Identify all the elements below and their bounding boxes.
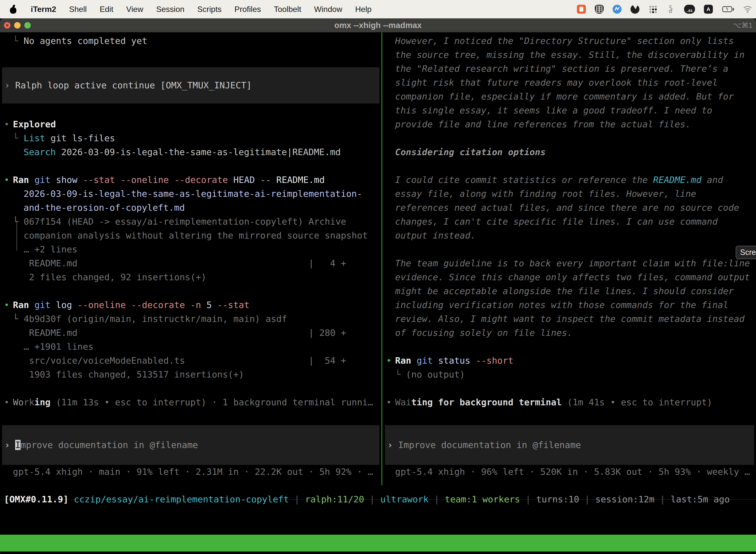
blue-badge-icon[interactable] (613, 5, 622, 14)
menu-item-shell[interactable]: Shell (63, 0, 93, 18)
reasoning-line: provide file and line references from th… (382, 117, 756, 131)
explored-search-line: Search 2026-03-09-is-legal-the-same-as-l… (0, 145, 381, 159)
spacer (0, 62, 381, 67)
badge-61-icon[interactable]: ..61 (684, 5, 695, 14)
reasoning-line: review. Also, I might want to inspect th… (382, 312, 756, 326)
wifi-icon[interactable] (743, 5, 752, 14)
spacer (0, 284, 381, 298)
omx-turns: turns:10 (536, 494, 579, 504)
git-show-output: … +2 lines (0, 242, 381, 257)
git-log-output: └ 4b9d30f (origin/main, instructkr/main,… (0, 312, 381, 326)
menu-item-profiles[interactable]: Profiles (228, 0, 267, 18)
menu-item-toolbelt[interactable]: Toolbelt (267, 0, 308, 18)
waiting-status-line: •Waiting for background terminal (1m 41s… (382, 395, 756, 409)
spacer (0, 409, 381, 423)
window-title: omx --xhigh --madmax (0, 18, 756, 32)
reasoning-line: this single essay, it seems like a good … (382, 104, 756, 117)
window-shortcut-badge: ⌥⌘1 (733, 18, 753, 32)
menu-item-view[interactable]: View (120, 0, 150, 18)
right-prompt-input[interactable]: › Improve documentation in @filename (385, 425, 754, 465)
text-cursor: I (15, 440, 20, 450)
reasoning-line: references need actual files, and since … (382, 201, 756, 215)
menu-item-scripts[interactable]: Scripts (191, 0, 228, 18)
reasoning-line: might be acceptable alongside the file l… (382, 284, 756, 298)
menu-status-icons: ..61 A ϟ (577, 5, 756, 14)
readme-file-link: README.md (653, 175, 701, 185)
spacer (0, 104, 381, 117)
git-show-arg-wrap: 2026-03-09-is-legal-the-same-as-legitima… (0, 187, 381, 201)
screen-notification-overlay: Scre (736, 246, 756, 259)
menu-item-iterm2[interactable]: iTerm2 (24, 0, 63, 18)
dots-grid-icon[interactable] (648, 5, 657, 14)
spacer (0, 159, 381, 173)
apple-menu-icon[interactable] (9, 5, 17, 14)
notification-app-icon[interactable] (577, 5, 586, 14)
reasoning-line: of focusing solely on file lines. (382, 326, 756, 340)
tmux-status-bar: [omx-cczip0:bash* "MacBook-Pro-44.local"… (0, 535, 756, 552)
reasoning-line: I could cite commit statistics or refere… (382, 173, 756, 187)
omx-session-time: session:12m (595, 494, 654, 504)
menu-item-window[interactable]: Window (308, 0, 349, 18)
reasoning-line: essay file, along with finding root file… (382, 187, 756, 201)
squiggle-icon[interactable] (666, 5, 675, 14)
circle-wedge-icon[interactable] (630, 5, 639, 14)
terminal-area: └ No agents completed yet › Ralph loop a… (0, 32, 756, 504)
spacer (382, 409, 756, 423)
git-show-output: companion analysis without altering the … (0, 229, 381, 242)
reasoning-line: including verification notes with those … (382, 298, 756, 312)
omx-ralph-counter: ralph:11/20 (305, 494, 364, 504)
git-log-command: •Ran git log --oneline --decorate -n 5 -… (0, 298, 381, 312)
omx-team: team:1 workers (445, 494, 520, 504)
keyboard-layout-icon[interactable]: A (704, 5, 713, 14)
ralph-banner-text: Ralph loop active continue [OMX_TMUX_INJ… (15, 80, 252, 90)
omx-version: [OMX#0.11.9] (4, 494, 68, 504)
menu-item-help[interactable]: Help (349, 0, 378, 18)
macos-menu-bar: iTerm2 Shell Edit View Session Scripts P… (0, 0, 756, 18)
left-prompt-input[interactable]: › Improve documentation in @filename (2, 425, 379, 465)
iterm-window: omx --xhigh --madmax ⌥⌘1 └ No agents com… (0, 18, 756, 554)
left-session-status: gpt-5.4 xhigh · main · 91% left · 2.31M … (0, 465, 381, 479)
ralph-loop-banner: › Ralph loop active continue [OMX_TMUX_I… (2, 67, 379, 104)
omx-worktree-path: cczip/essay/ai-reimplementation-copyleft (68, 494, 289, 504)
left-agent-pane: └ No agents completed yet › Ralph loop a… (0, 34, 381, 479)
spacer (382, 242, 756, 257)
explored-header: •Explored (0, 117, 381, 131)
git-log-output: README.md | 280 + (0, 326, 381, 340)
reasoning-line: slight risk that future readers may over… (382, 76, 756, 90)
tmux-session-name[interactable]: [omx-cczip0:bash* (2, 552, 93, 554)
reasoning-line: evidence. Since this change only affects… (382, 270, 756, 284)
menu-item-edit[interactable]: Edit (93, 0, 120, 18)
reasoning-line: companion file, especially if more comme… (382, 90, 756, 104)
shield-grid-icon[interactable] (595, 5, 604, 14)
git-show-arg-wrap: and-the-erosion-of-copyleft.md (0, 201, 381, 215)
spacer (382, 159, 756, 173)
window-title-bar: omx --xhigh --madmax ⌥⌘1 (0, 18, 756, 32)
reasoning-heading: Considering citation options (382, 145, 756, 159)
spacer (0, 382, 381, 395)
battery-bolt-glyph: ϟ (722, 6, 732, 12)
omx-mode: ultrawork (380, 494, 429, 504)
menu-item-session[interactable]: Session (150, 0, 191, 18)
spacer (0, 48, 381, 62)
git-log-output: … +1901 lines (0, 340, 381, 354)
git-show-command: •Ran git show --stat --oneline --decorat… (0, 173, 381, 187)
omx-status-bar: [OMX#0.11.9] cczip/essay/ai-reimplementa… (0, 492, 756, 506)
terminal-line: └ No agents completed yet (0, 34, 381, 48)
git-status-output: └ (no output) (382, 368, 756, 382)
git-show-output: README.md | 4 + (0, 257, 381, 270)
right-agent-pane: However, I noticed the "Directory Struct… (382, 34, 756, 479)
reasoning-line: output instead. (382, 229, 756, 242)
spacer (382, 340, 756, 354)
git-status-command: •Ran git status --short (382, 354, 756, 368)
git-log-output: src/voice/voiceModeEnabled.ts | 54 + (0, 354, 381, 368)
explored-list-line: └ List git ls-files (0, 131, 381, 145)
spacer (382, 382, 756, 395)
reasoning-line: the source tree, missing the essay. Stil… (382, 48, 756, 62)
reasoning-line: changes, I can't cite specific file line… (382, 215, 756, 229)
git-show-output: 2 files changed, 92 insertions(+) (0, 270, 381, 284)
git-log-output: 1903 files changed, 513517 insertions(+) (0, 368, 381, 382)
battery-icon[interactable]: ϟ (722, 5, 734, 14)
working-status-line: •Working (11m 13s • esc to interrupt) · … (0, 395, 381, 409)
git-show-output: └ 067f154 (HEAD -> essay/ai-reimplementa… (0, 215, 381, 229)
right-session-status: gpt-5.4 xhigh · 96% left · 520K in · 5.8… (382, 465, 756, 479)
